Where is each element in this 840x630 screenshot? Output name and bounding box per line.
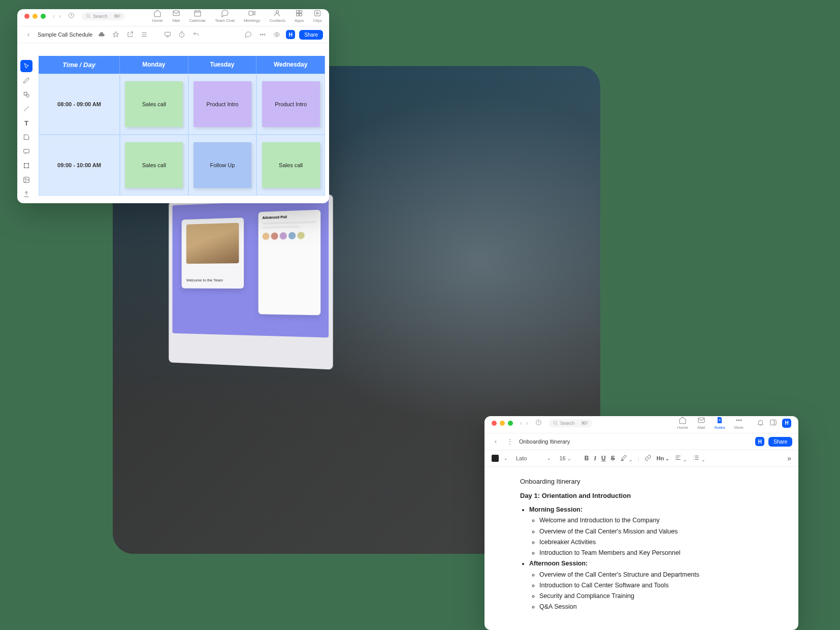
sticky-note[interactable]: Product Intro (262, 81, 320, 127)
italic-button[interactable]: I (594, 455, 596, 462)
format-toolbar: ⌄ Lato⌄ 16 ⌄ B I U S ⌄ | Hn ⌄ ⌄ ⌄ » (484, 450, 798, 467)
frame-tool[interactable] (20, 160, 33, 172)
avatar[interactable]: H (286, 30, 295, 39)
upload-tool[interactable] (20, 188, 33, 200)
nav-tab-more[interactable]: More (734, 416, 744, 430)
undo-icon[interactable] (191, 29, 201, 40)
sticky-note[interactable]: Follow Up (193, 142, 251, 188)
cursor-tool[interactable] (20, 60, 33, 72)
nav-tab-home[interactable]: Home (152, 9, 163, 23)
color-swatch[interactable] (492, 455, 499, 462)
schedule-cell[interactable]: Sales call (120, 74, 188, 135)
sticky-note[interactable]: Sales call (125, 81, 183, 127)
close-icon[interactable] (492, 421, 497, 426)
history-icon[interactable] (535, 419, 542, 427)
list-button[interactable]: ⌄ (692, 454, 705, 462)
svg-rect-8 (297, 14, 299, 16)
nav-forward-icon[interactable]: › (59, 13, 61, 20)
header-time: Time / Day (39, 56, 120, 74)
underline-button[interactable]: U (601, 455, 606, 462)
star-icon[interactable] (111, 29, 121, 40)
share-button[interactable]: Share (768, 437, 792, 447)
maximize-icon[interactable] (41, 14, 46, 19)
present-icon[interactable] (163, 29, 173, 40)
list-item: Afternoon Session:Overview of the Call C… (529, 558, 763, 612)
svg-rect-10 (315, 11, 320, 16)
list-item: Introduction to Call Center Software and… (539, 580, 763, 591)
overflow-button[interactable]: » (787, 454, 791, 462)
eye-icon[interactable] (272, 29, 282, 40)
align-button[interactable]: ⌄ (674, 454, 687, 462)
close-icon[interactable] (24, 14, 29, 19)
font-select[interactable]: Lato⌄ (513, 454, 554, 462)
schedule-cell[interactable]: Product Intro (256, 74, 325, 135)
nav-tab-team-chat[interactable]: Team Chat (215, 9, 235, 23)
sticky-note[interactable]: Product Intro (193, 81, 251, 127)
heading-button[interactable]: Hn ⌄ (657, 455, 670, 461)
sticky-tool[interactable] (20, 131, 33, 143)
nav-tab-clips[interactable]: Clips (313, 9, 322, 23)
nav-tab-mail[interactable]: Mail (172, 9, 180, 23)
schedule-cell[interactable]: Sales call (120, 135, 188, 196)
sticky-note[interactable]: Sales call (125, 142, 183, 188)
nav-back-icon[interactable]: ‹ (53, 13, 55, 20)
document-title: Sample Call Schedule (38, 32, 92, 38)
svg-point-16 (276, 34, 278, 36)
avatar[interactable]: H (782, 419, 791, 428)
sticky-note[interactable]: Sales call (262, 142, 320, 188)
nav-tab-notes[interactable]: Notes (715, 416, 725, 430)
open-icon[interactable] (125, 29, 135, 40)
nav-tab-home[interactable]: Home (677, 416, 688, 430)
minimize-icon[interactable] (500, 421, 505, 426)
nav-tab-apps[interactable]: Apps (295, 9, 304, 23)
back-button[interactable]: ‹ (23, 29, 34, 40)
svg-point-13 (262, 34, 263, 35)
header-day: Wednesday (256, 56, 325, 74)
nav-tab-contacts[interactable]: Contacts (269, 9, 285, 23)
search-input[interactable]: Search ⌘F (82, 12, 125, 20)
search-input[interactable]: Search ⌘F (549, 419, 592, 427)
bell-icon[interactable] (757, 419, 764, 427)
back-button[interactable]: ‹ (491, 436, 501, 447)
nav-tab-meetings[interactable]: Meetings (244, 9, 260, 23)
more-tool[interactable]: ⋯ (20, 202, 33, 203)
bold-button[interactable]: B (585, 455, 589, 462)
list-item: Welcome and Introduction to the Company (539, 515, 763, 526)
schedule-cell[interactable]: Product Intro (188, 74, 257, 135)
pen-tool[interactable] (20, 74, 33, 86)
reactions-icon[interactable] (257, 29, 268, 40)
nav-tab-calendar[interactable]: Calendar (189, 9, 206, 23)
maximize-icon[interactable] (508, 421, 513, 426)
share-button[interactable]: Share (299, 30, 323, 40)
nav-forward-icon[interactable]: › (526, 420, 528, 427)
comment-icon[interactable] (243, 29, 253, 40)
svg-rect-6 (297, 11, 299, 13)
note-content[interactable]: Onboarding Itinerary Day 1: Orientation … (484, 467, 798, 614)
svg-rect-25 (698, 418, 704, 422)
link-button[interactable] (644, 454, 652, 462)
minimize-icon[interactable] (33, 14, 38, 19)
panel-icon[interactable] (769, 419, 777, 427)
font-size-select[interactable]: 16 ⌄ (559, 455, 571, 461)
highlight-button[interactable]: ⌄ (620, 454, 633, 462)
chat-tool[interactable] (20, 145, 33, 158)
text-tool[interactable]: T (20, 117, 33, 129)
more-button[interactable]: ⋮ (505, 436, 515, 447)
nav-back-icon[interactable]: ‹ (520, 420, 522, 427)
nav-tab-mail[interactable]: Mail (697, 416, 705, 430)
timer-icon[interactable] (177, 29, 187, 40)
list-item: Icebreaker Activities (539, 537, 763, 548)
schedule-table: Time / Day Monday Tuesday Wednesday 08:0… (39, 56, 325, 203)
cloud-icon[interactable] (96, 29, 107, 40)
schedule-cell[interactable]: Sales call (256, 135, 325, 196)
image-tool[interactable] (20, 174, 33, 186)
monitor-card-text: Welcome to the Team (186, 278, 223, 282)
schedule-cell[interactable]: Follow Up (188, 135, 257, 196)
line-tool[interactable] (20, 103, 33, 115)
history-icon[interactable] (68, 12, 75, 20)
avatar[interactable]: H (755, 437, 764, 446)
shape-tool[interactable] (20, 88, 33, 101)
strike-button[interactable]: S (611, 455, 615, 462)
svg-rect-3 (195, 11, 201, 16)
list-icon[interactable] (139, 29, 149, 40)
